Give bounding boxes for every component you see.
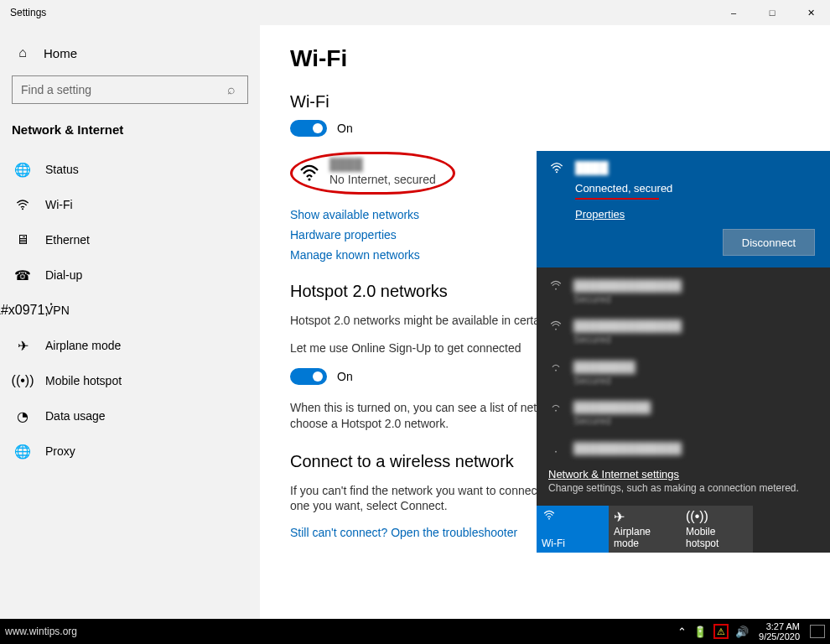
sidebar-item-airplane[interactable]: ✈ Airplane mode xyxy=(0,328,260,363)
network-flyout: ████ Connected, secured Properties Disco… xyxy=(537,151,830,553)
home-icon: ⌂ xyxy=(15,45,30,60)
section-label: Network & Internet xyxy=(0,119,260,152)
action-center-icon[interactable] xyxy=(810,625,825,638)
svg-point-7 xyxy=(555,451,557,453)
hotspot-toggle[interactable] xyxy=(290,368,327,385)
label: Wi-Fi xyxy=(45,198,73,211)
wifi-tray-icon[interactable]: ⚠ xyxy=(713,624,729,639)
tray-clock[interactable]: 3:27 AM 9/25/2020 xyxy=(755,621,803,641)
disconnect-button[interactable]: Disconnect xyxy=(723,229,815,256)
network-item[interactable]: ████████Secured xyxy=(548,354,818,394)
minimize-button[interactable]: – xyxy=(714,0,753,25)
tile-wifi[interactable]: Wi-Fi xyxy=(537,506,609,553)
airplane-icon: ✈ xyxy=(15,338,30,353)
sidebar-item-proxy[interactable]: 🌐 Proxy xyxy=(0,434,260,469)
svg-point-3 xyxy=(555,288,557,290)
wifi-icon xyxy=(548,401,563,415)
flyout-connected-panel: ████ Connected, secured Properties Disco… xyxy=(537,151,830,267)
sidebar-item-status[interactable]: 🌐 Status xyxy=(0,152,260,187)
tile-label: Airplane mode xyxy=(614,526,676,549)
sidebar-item-vpn[interactable]: &#x0971;ॱ VPN xyxy=(0,293,260,328)
flyout-ssid: ████ xyxy=(575,161,609,177)
wifi-icon xyxy=(548,161,565,177)
dialup-icon: ☎ xyxy=(15,267,30,283)
svg-point-4 xyxy=(555,329,557,330)
label: Airplane mode xyxy=(45,339,121,352)
svg-point-5 xyxy=(555,370,557,371)
search-placeholder: Find a setting xyxy=(21,83,91,96)
taskbar-url: www.wintips.org xyxy=(0,626,77,637)
titlebar: Settings – □ ✕ xyxy=(0,0,830,25)
hotspot-icon: ((•)) xyxy=(15,373,30,388)
taskbar: www.wintips.org ⌃ 🔋 ⚠ 🔊 3:27 AM 9/25/202… xyxy=(0,619,830,644)
network-settings-link[interactable]: Network & Internet settings xyxy=(548,468,679,480)
sidebar: ⌂ Home Find a setting ⌕ Network & Intern… xyxy=(0,25,260,619)
wifi-toggle[interactable] xyxy=(290,120,327,137)
flyout-head: ████ xyxy=(548,161,818,177)
search-icon: ⌕ xyxy=(224,82,239,97)
svg-point-0 xyxy=(22,208,23,210)
wifi-toggle-label: On xyxy=(337,122,353,135)
network-item[interactable]: ██████████████ xyxy=(548,435,818,463)
wifi-icon xyxy=(542,509,604,524)
svg-point-6 xyxy=(555,410,557,412)
flyout-status: Connected, secured xyxy=(548,182,818,195)
flyout-settings: Network & Internet settings Change setti… xyxy=(537,463,830,506)
volume-icon[interactable]: 🔊 xyxy=(735,626,749,638)
label: Status xyxy=(45,163,79,176)
close-button[interactable]: ✕ xyxy=(791,0,830,25)
sidebar-item-wifi[interactable]: Wi-Fi xyxy=(0,187,260,222)
properties-link[interactable]: Properties xyxy=(548,208,625,221)
connected-status: No Internet, secured xyxy=(329,173,436,188)
connected-text: ████ No Internet, secured xyxy=(329,158,436,187)
tile-airplane[interactable]: ✈ Airplane mode xyxy=(609,506,681,553)
hotspot-icon: ((•)) xyxy=(686,509,748,524)
datausage-icon: ◔ xyxy=(15,408,30,423)
date: 9/25/2020 xyxy=(759,631,800,641)
svg-point-8 xyxy=(548,518,550,520)
svg-point-2 xyxy=(556,171,558,173)
search-input[interactable]: Find a setting ⌕ xyxy=(12,75,248,104)
wifi-icon xyxy=(548,442,563,456)
wifi-signal-icon xyxy=(298,163,321,183)
label: Dial-up xyxy=(45,268,82,282)
connected-network[interactable]: ████ No Internet, secured xyxy=(290,152,455,195)
vpn-icon: &#x0971;ॱ xyxy=(15,303,30,318)
tile-label: Wi-Fi xyxy=(542,538,604,549)
proxy-icon: 🌐 xyxy=(15,444,30,459)
window-controls: – □ ✕ xyxy=(714,0,830,25)
sidebar-item-ethernet[interactable]: 🖥 Ethernet xyxy=(0,222,260,257)
network-settings-sub: Change settings, such as making a connec… xyxy=(548,482,818,494)
time: 3:27 AM xyxy=(766,621,800,631)
chevron-up-icon[interactable]: ⌃ xyxy=(677,626,687,638)
wifi-icon xyxy=(548,361,563,375)
sidebar-item-datausage[interactable]: ◔ Data usage xyxy=(0,398,260,434)
label: Data usage xyxy=(45,409,106,423)
sidebar-item-dialup[interactable]: ☎ Dial-up xyxy=(0,257,260,293)
page-title: Wi-Fi xyxy=(290,45,800,72)
wifi-icon xyxy=(548,279,563,293)
tile-hotspot[interactable]: ((•)) Mobile hotspot xyxy=(681,506,753,553)
home-button[interactable]: ⌂ Home xyxy=(0,37,260,69)
hotspot-toggle-label: On xyxy=(337,370,353,383)
wifi-icon xyxy=(15,197,30,212)
window-title: Settings xyxy=(10,7,46,18)
label: VPN xyxy=(45,304,70,317)
maximize-button[interactable]: □ xyxy=(753,0,791,25)
tile-label: Mobile hotspot xyxy=(686,526,748,549)
wifi-toggle-row: On xyxy=(290,120,800,137)
battery-icon[interactable]: 🔋 xyxy=(693,626,707,638)
label: Ethernet xyxy=(45,233,90,247)
sidebar-item-hotspot[interactable]: ((•)) Mobile hotspot xyxy=(0,363,260,398)
network-item[interactable]: ██████████Secured xyxy=(548,394,818,434)
ethernet-icon: 🖥 xyxy=(15,232,30,247)
airplane-icon: ✈ xyxy=(614,509,676,525)
home-label: Home xyxy=(44,46,77,60)
wifi-section-header: Wi-Fi xyxy=(290,92,800,112)
globe-icon: 🌐 xyxy=(15,162,30,177)
network-item[interactable]: ██████████████Secured xyxy=(548,273,818,313)
quick-tiles: Wi-Fi ✈ Airplane mode ((•)) Mobile hotsp… xyxy=(537,506,830,553)
label: Mobile hotspot xyxy=(45,374,122,387)
network-item[interactable]: ██████████████Secured xyxy=(548,313,818,353)
wifi-icon xyxy=(548,319,563,334)
